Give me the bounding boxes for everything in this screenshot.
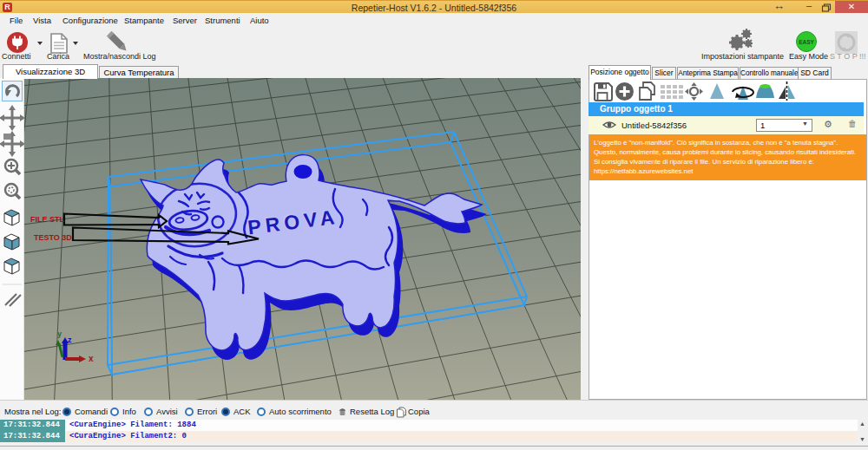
- svg-text:FILE STL: FILE STL: [30, 215, 64, 224]
- svg-text:EASY: EASY: [799, 39, 814, 45]
- svg-text:y: y: [57, 329, 62, 338]
- svg-text:x: x: [89, 354, 94, 363]
- svg-text:TESTO 3D: TESTO 3D: [34, 233, 72, 242]
- svg-text:z: z: [68, 336, 72, 344]
